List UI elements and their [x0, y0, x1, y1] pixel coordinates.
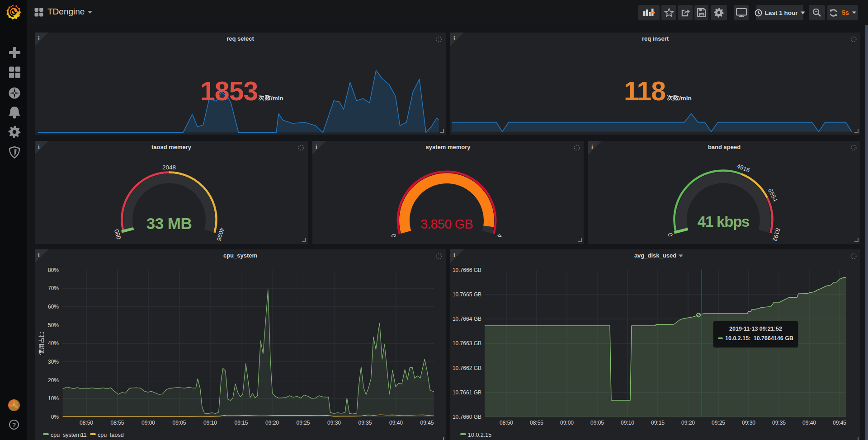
svg-text:20%: 20% [48, 377, 59, 384]
svg-text:09:00: 09:00 [142, 420, 155, 426]
svg-text:09:45: 09:45 [420, 420, 434, 426]
svg-text:8192: 8192 [771, 227, 782, 242]
svg-text:09:40: 09:40 [802, 420, 816, 426]
svg-text:70%: 70% [48, 285, 59, 291]
svg-text:08:50: 08:50 [500, 420, 513, 426]
svg-text:/min: /min [679, 95, 692, 102]
svg-text:33 MB: 33 MB [146, 215, 192, 232]
svg-text:60%: 60% [48, 304, 59, 310]
svg-text:10.7662 GB: 10.7662 GB [453, 365, 481, 371]
svg-text:0%: 0% [51, 414, 59, 420]
svg-text:09:35: 09:35 [772, 420, 786, 426]
svg-text:09:25: 09:25 [712, 420, 725, 426]
svg-text:10.7663 GB: 10.7663 GB [453, 340, 481, 346]
svg-text:2048: 2048 [162, 164, 176, 171]
svg-text:09:15: 09:15 [651, 420, 665, 426]
svg-text:09:30: 09:30 [742, 420, 755, 426]
svg-text:10.7665 GB: 10.7665 GB [453, 291, 481, 298]
svg-text:09:20: 09:20 [681, 420, 695, 426]
svg-text:cpu_system11: cpu_system11 [51, 432, 87, 438]
svg-text:41 kbps: 41 kbps [698, 213, 750, 230]
svg-text:08:55: 08:55 [110, 420, 124, 426]
svg-text:09:40: 09:40 [389, 420, 403, 426]
svg-text:/min: /min [271, 95, 283, 102]
svg-text:09:20: 09:20 [265, 420, 279, 426]
svg-text:80%: 80% [48, 267, 59, 273]
svg-text:0: 0 [390, 233, 397, 238]
svg-text:09:10: 09:10 [621, 420, 634, 426]
svg-text:09:30: 09:30 [327, 420, 341, 426]
svg-text:09:10: 09:10 [203, 420, 217, 426]
svg-text:10.7661 GB: 10.7661 GB [453, 389, 481, 396]
svg-text:10.7664 GB: 10.7664 GB [453, 316, 481, 322]
svg-text:080: 080 [113, 229, 123, 240]
svg-text:4: 4 [496, 233, 504, 239]
svg-text:50%: 50% [48, 322, 59, 328]
svg-text:09:05: 09:05 [172, 420, 186, 426]
svg-text:30%: 30% [48, 359, 59, 365]
svg-text:118: 118 [624, 76, 665, 106]
svg-text:09:15: 09:15 [234, 420, 248, 426]
svg-text:10.7660 GB: 10.7660 GB [453, 414, 481, 420]
svg-text:cpu_taosd: cpu_taosd [98, 432, 124, 438]
svg-text:09:00: 09:00 [560, 420, 574, 426]
svg-text:08:50: 08:50 [80, 420, 93, 426]
svg-text:08:55: 08:55 [530, 420, 543, 426]
svg-text:09:45: 09:45 [833, 420, 846, 426]
svg-text:09:35: 09:35 [358, 420, 372, 426]
svg-text:09:25: 09:25 [296, 420, 310, 426]
svg-text:4096: 4096 [215, 227, 226, 242]
svg-text:10%: 10% [48, 395, 59, 402]
svg-text:3.850 GB: 3.850 GB [420, 217, 473, 231]
svg-text:0: 0 [667, 232, 674, 237]
svg-text:1853: 1853 [200, 76, 258, 106]
svg-text:10.0.2.15: 10.0.2.15 [468, 432, 491, 438]
svg-text:09:05: 09:05 [590, 420, 604, 426]
svg-text:40%: 40% [48, 340, 59, 346]
svg-text:10.7666 GB: 10.7666 GB [453, 267, 481, 273]
svg-text:?: ? [12, 421, 16, 429]
